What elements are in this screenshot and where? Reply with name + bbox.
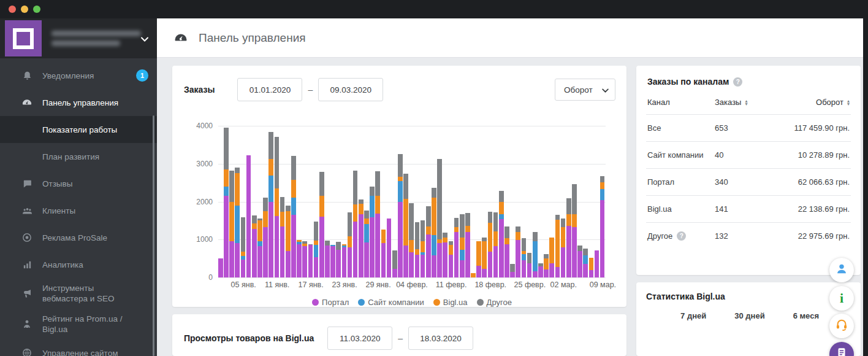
- bar-07.01: [252, 215, 257, 277]
- sidebar-item-label: Клиенты: [42, 206, 75, 216]
- sidebar-item-10[interactable]: Управление сайтом: [0, 339, 157, 356]
- bar-segment: [268, 159, 273, 176]
- bar-segment: [235, 168, 240, 173]
- sidebar-item-9[interactable]: Рейтинг на Prom.ua / Bigl.ua: [0, 309, 157, 339]
- bar-segment: [465, 232, 470, 277]
- bar-segment: [314, 241, 319, 245]
- main-area: Панель управления Заказы 01.01.2020 – 09…: [157, 18, 863, 356]
- bar-02.03: [561, 219, 566, 277]
- sidebar-item-1[interactable]: Панель управления: [0, 89, 157, 116]
- info-fab-button[interactable]: i: [829, 286, 854, 311]
- bar-24.01: [348, 212, 352, 277]
- stats-period-column: 7 дней: [680, 311, 706, 320]
- sidebar-item-label: Управление сайтом: [42, 348, 118, 356]
- support-fab-button[interactable]: [829, 314, 854, 338]
- minimize-window-button[interactable]: [21, 6, 28, 13]
- views-date-from-input[interactable]: 11.03.2020: [327, 327, 392, 350]
- bar-segment: [280, 197, 285, 212]
- bar-segment: [291, 180, 296, 198]
- sort-icon[interactable]: ▴▾: [847, 99, 850, 106]
- bar-segment: [426, 234, 431, 277]
- bar-25.01: [353, 171, 358, 277]
- sidebar: Уведомления1Панель управленияПоказатели …: [0, 18, 157, 356]
- bar-segment: [375, 214, 380, 277]
- close-window-button[interactable]: [9, 6, 16, 13]
- bar-segment: [291, 215, 296, 277]
- sidebar-item-8[interactable]: Инструменты вебмастера и SEO: [0, 278, 157, 309]
- bar-segment: [432, 198, 436, 235]
- profile-fab-button[interactable]: [829, 258, 854, 282]
- sidebar-item-5[interactable]: Клиенты: [0, 197, 157, 224]
- bar-25.02: [527, 253, 532, 277]
- company-switcher[interactable]: [0, 18, 157, 58]
- sidebar-item-7[interactable]: Аналитика: [0, 251, 157, 278]
- orders-cell: 40: [715, 150, 771, 160]
- sidebar-item-3[interactable]: План развития: [0, 143, 157, 170]
- sidebar-item-2[interactable]: Показатели работы: [0, 116, 157, 143]
- bar-27.02: [538, 263, 543, 277]
- bar-segment: [516, 240, 520, 277]
- channel-cell: Сайт компании: [647, 150, 715, 160]
- bar-segment: [443, 238, 447, 242]
- bar-segment: [538, 266, 543, 277]
- bar-segment: [572, 184, 577, 214]
- company-name-blurred: [51, 31, 141, 46]
- bar-segment: [476, 266, 481, 277]
- bar-segment: [235, 173, 240, 205]
- col-header-turnover[interactable]: Оборот▴▾: [771, 98, 850, 107]
- legend-dot-icon: [433, 299, 440, 306]
- bar-08.02: [432, 188, 436, 277]
- dashboard-icon: [20, 97, 34, 108]
- chart-x-axis: 05 янв.11 янв.17 янв.23 янв.29 янв.04 фе…: [218, 281, 606, 290]
- zoom-window-button[interactable]: [33, 6, 40, 13]
- bar-19.02: [493, 212, 498, 277]
- bar-segment: [600, 176, 605, 182]
- bar-segment: [561, 227, 566, 247]
- bar-05.02: [415, 222, 420, 277]
- orders-date-from-input[interactable]: 01.01.2020: [237, 78, 302, 101]
- sidebar-item-4[interactable]: Отзывы: [0, 170, 157, 197]
- bar-06.01: [246, 155, 251, 277]
- views-date-to-input[interactable]: 18.03.2020: [408, 327, 473, 350]
- bigl-views-card: Просмотры товаров на Bigl.ua 11.03.2020 …: [172, 314, 626, 356]
- bar-10.02: [443, 233, 447, 277]
- sidebar-item-label: Рейтинг на Prom.ua / Bigl.ua: [42, 314, 140, 335]
- bar-segment: [224, 196, 229, 277]
- col-header-orders[interactable]: Заказы▴▾: [715, 98, 771, 107]
- sidebar-item-label: Уведомления: [42, 71, 94, 81]
- channel-cell: Портал: [647, 177, 715, 187]
- y-axis-label: 3000: [196, 160, 213, 168]
- channel-cell: Все: [647, 123, 715, 133]
- sidebar-item-6[interactable]: Реклама ProSale: [0, 224, 157, 251]
- bar-07.03: [589, 258, 594, 277]
- bar-segment: [235, 206, 240, 244]
- bar-segment: [348, 236, 352, 247]
- x-axis-label: 17 янв.: [299, 281, 324, 289]
- help-icon[interactable]: ?: [677, 231, 686, 241]
- sidebar-scrollbar[interactable]: [153, 115, 154, 356]
- x-axis-label: 11 февр.: [436, 281, 467, 289]
- help-icon[interactable]: ?: [733, 77, 742, 87]
- channel-cell: Другое?: [647, 231, 715, 241]
- bar-segment: [432, 235, 436, 255]
- x-axis-label: 29 янв.: [365, 281, 390, 289]
- bar-02.01: [224, 128, 229, 277]
- bar-segment: [257, 241, 262, 247]
- sort-icon[interactable]: ▴▾: [745, 99, 747, 106]
- sidebar-item-0[interactable]: Уведомления1: [0, 62, 157, 89]
- turnover-cell: 10 278.89 грн.: [771, 150, 850, 160]
- legend-item: Bigl.ua: [433, 298, 468, 307]
- bar-12.01: [280, 197, 285, 277]
- bar-segment: [375, 196, 380, 214]
- bar-17.01: [308, 244, 313, 277]
- bar-segment: [392, 250, 397, 269]
- bar-segment: [482, 269, 487, 277]
- y-axis-label: 0: [208, 273, 213, 282]
- bar-14.02: [465, 213, 470, 277]
- orders-date-to-input[interactable]: 09.03.2020: [318, 78, 383, 101]
- bar-segment: [449, 245, 454, 255]
- metric-select[interactable]: Оборот: [555, 79, 615, 101]
- person-icon: [835, 262, 848, 278]
- bar-segment: [572, 214, 577, 227]
- bar-29.01: [375, 171, 380, 277]
